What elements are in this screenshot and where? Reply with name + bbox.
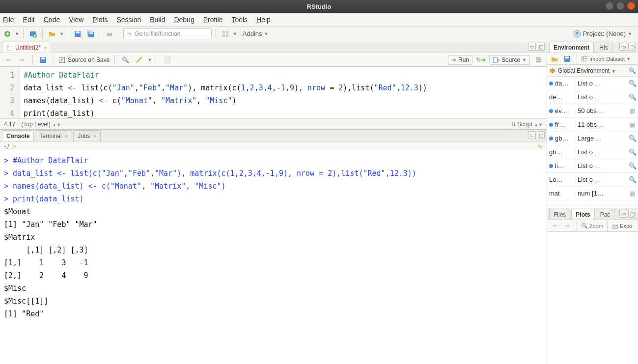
save-workspace-button[interactable] <box>562 54 573 64</box>
svg-rect-22 <box>494 57 498 62</box>
forward-button[interactable]: ➡ <box>17 55 28 65</box>
report-button[interactable] <box>162 55 173 65</box>
menu-profile[interactable]: Profile <box>203 16 223 24</box>
search-env-icon[interactable]: 🔍 <box>629 67 636 74</box>
rerun-button[interactable]: ↻➔ <box>475 55 486 65</box>
source-tab-label: Untitled2* <box>15 44 41 51</box>
minimize-pane-button[interactable]: ▭ <box>619 210 627 218</box>
close-tab-icon[interactable]: × <box>65 133 68 139</box>
tab-files[interactable]: Files <box>549 209 570 220</box>
environment-row[interactable]: gb…Large …🔍 <box>547 132 638 145</box>
scope-selector[interactable]: (Top Level) ▲▼ <box>21 121 61 128</box>
dropdown-caret-icon[interactable]: ▼ <box>147 57 152 62</box>
source-toolbar: ⬅ ➡ ✓ Source on Save 🔍 ▼ <box>0 53 547 67</box>
wand-button[interactable] <box>134 55 144 65</box>
dropdown-caret-icon[interactable]: ▼ <box>15 31 19 36</box>
plot-prev-button[interactable]: ⬅ <box>549 221 560 231</box>
import-dataset-button[interactable]: Import Dataset ▼ <box>581 56 631 62</box>
environment-row[interactable]: li…List o…🔍 <box>547 159 638 173</box>
filetype-selector[interactable]: R Script ▲▼ <box>511 121 543 128</box>
zoom-button[interactable]: 🔍 Zoom <box>581 223 603 229</box>
project-label: Project: (None) <box>583 30 626 37</box>
run-label: Run <box>458 56 469 63</box>
maximize-pane-button[interactable]: ▢ <box>628 210 636 218</box>
new-project-button[interactable] <box>28 28 38 39</box>
window-titlebar: RStudio <box>0 0 638 13</box>
load-workspace-button[interactable] <box>549 54 560 64</box>
tab-his[interactable]: His <box>595 42 612 53</box>
plot-next-button[interactable]: ➡ <box>562 221 573 231</box>
outline-button[interactable] <box>533 55 544 65</box>
tab-plots[interactable]: Plots <box>571 209 594 220</box>
close-tab-icon[interactable]: × <box>44 45 47 51</box>
menu-tools[interactable]: Tools <box>231 16 248 24</box>
maximize-pane-button[interactable]: ▢ <box>537 43 545 51</box>
menu-help[interactable]: Help <box>256 16 271 24</box>
window-minimize-button[interactable] <box>606 2 613 10</box>
save-all-button[interactable] <box>85 28 96 39</box>
svg-rect-9 <box>108 31 111 33</box>
source-on-save-checkbox[interactable]: ✓ <box>59 57 65 63</box>
project-icon: R <box>573 30 581 38</box>
console-output[interactable]: > #Author DataFlair> data_list <- list(c… <box>0 152 547 364</box>
source-button[interactable]: Source ▼ <box>489 55 530 65</box>
project-selector[interactable]: R Project: (None) ▼ <box>573 30 636 38</box>
find-button[interactable]: 🔍 <box>120 55 131 65</box>
environment-row[interactable]: ev…50 obs…▦ <box>547 104 638 118</box>
minimize-pane-button[interactable]: ▭ <box>619 43 627 51</box>
zoom-icon: 🔍 <box>581 223 588 229</box>
minimize-pane-button[interactable]: ▭ <box>528 43 536 51</box>
maximize-pane-button[interactable]: ▢ <box>537 131 545 139</box>
menu-file[interactable]: File <box>3 16 14 24</box>
tab-environment[interactable]: Environment <box>549 42 594 53</box>
menu-code[interactable]: Code <box>44 16 60 24</box>
window-close-button[interactable] <box>627 2 635 10</box>
tab-terminal[interactable]: Terminal × <box>35 130 72 141</box>
environment-row[interactable]: fr…11 obs…▦ <box>547 118 638 132</box>
goto-file-function-input[interactable]: ➔ Go to file/function <box>123 28 212 39</box>
environment-row[interactable]: matnum [1…▦ <box>547 187 638 200</box>
new-file-button[interactable] <box>2 28 13 39</box>
menu-session[interactable]: Session <box>116 16 141 24</box>
open-file-button[interactable] <box>47 28 57 39</box>
back-button[interactable]: ⬅ <box>3 55 14 65</box>
environment-scope-selector[interactable]: Global Environment ▼ <box>558 67 627 74</box>
environment-row[interactable]: gb…List o…🔍 <box>547 145 638 159</box>
dropdown-caret-icon[interactable]: ▼ <box>59 31 64 36</box>
plots-canvas <box>547 232 638 364</box>
maximize-pane-button[interactable]: ▢ <box>628 43 636 51</box>
environment-row[interactable]: Lo…List o…🔍 <box>547 173 638 187</box>
environment-row[interactable]: da…List o…🔍 <box>547 77 638 90</box>
plots-tabstrip: FilesPlotsPac ▭ ▢ <box>547 208 638 220</box>
save-button[interactable] <box>72 28 83 39</box>
addins-menu[interactable]: Addins ▼ <box>239 28 272 39</box>
window-maximize-button[interactable] <box>616 2 624 10</box>
print-button[interactable] <box>104 28 115 39</box>
minimize-pane-button[interactable]: ▭ <box>528 131 536 139</box>
source-file-tab[interactable]: Untitled2* × <box>2 42 51 53</box>
dropdown-caret-icon[interactable]: ▼ <box>233 31 237 36</box>
menu-build[interactable]: Build <box>150 16 165 24</box>
tab-console[interactable]: Console <box>2 130 34 141</box>
tab-jobs[interactable]: Jobs × <box>73 130 101 141</box>
source-status-bar: 4:17 (Top Level) ▲▼ R Script ▲▼ <box>0 118 547 129</box>
dropdown-caret-icon: ▼ <box>264 31 269 36</box>
menu-plots[interactable]: Plots <box>92 16 108 24</box>
export-button[interactable]: Expo <box>611 223 632 229</box>
save-source-button[interactable] <box>38 55 49 65</box>
source-editor[interactable]: 1234 #Author DataFlairdata_list <- list(… <box>0 67 547 118</box>
console-settings-icon[interactable]: ⟳ <box>12 143 17 150</box>
environment-toolbar: Import Dataset ▼ <box>547 53 638 65</box>
close-tab-icon[interactable]: × <box>93 133 96 139</box>
environment-row[interactable]: de…List o…🔍 <box>547 90 638 104</box>
dropdown-caret-icon: ▼ <box>628 31 632 36</box>
environment-tabstrip: EnvironmentHis ▭ ▢ <box>547 41 638 53</box>
grid-icon[interactable] <box>220 28 231 39</box>
menu-debug[interactable]: Debug <box>174 16 194 24</box>
svg-rect-12 <box>222 34 225 37</box>
run-button[interactable]: ➔ Run <box>448 55 472 65</box>
tab-pac[interactable]: Pac <box>596 209 615 220</box>
clear-console-icon[interactable]: ✎ <box>538 143 543 150</box>
menu-view[interactable]: View <box>69 16 83 24</box>
menu-edit[interactable]: Edit <box>23 16 35 24</box>
